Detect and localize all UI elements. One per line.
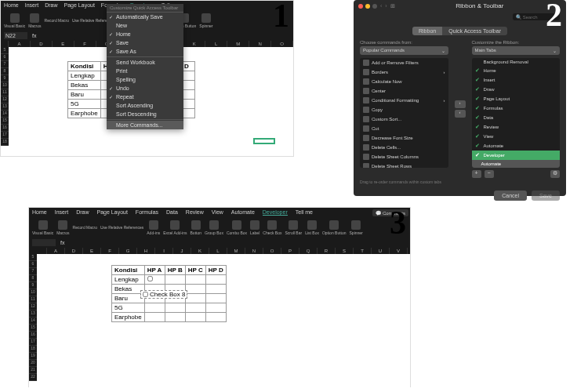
menu-send-workbook[interactable]: Send Workbook bbox=[107, 58, 183, 67]
menu-more-commands[interactable]: More Commands... bbox=[107, 121, 183, 129]
cmd-del-cols[interactable]: Delete Sheet Columns bbox=[360, 152, 448, 162]
tree-review[interactable]: ✔Review bbox=[472, 122, 561, 132]
menu-spelling[interactable]: Spelling bbox=[107, 75, 183, 84]
commands-select[interactable]: Popular Commands⌄ bbox=[360, 46, 448, 55]
col-N[interactable]: N bbox=[249, 41, 271, 47]
tab-automate[interactable]: Automate bbox=[231, 209, 255, 216]
check-box-button[interactable]: Check Box bbox=[263, 220, 281, 235]
tab-view[interactable]: View bbox=[212, 209, 223, 216]
remove-tab-button[interactable]: − bbox=[485, 170, 494, 178]
menu-sort-asc[interactable]: Sort Ascending bbox=[107, 101, 183, 110]
menu-home[interactable]: Home bbox=[107, 30, 183, 38]
excel-addins-button[interactable]: Excel Add-ins bbox=[163, 220, 187, 235]
chevron-left-icon[interactable]: ‹ bbox=[380, 3, 382, 9]
tree-formulas[interactable]: ✔Formulas bbox=[472, 103, 561, 113]
fx-icon[interactable]: fx bbox=[60, 240, 64, 245]
cmd-copy[interactable]: Copy bbox=[360, 105, 448, 114]
seg-qat[interactable]: Quick Access Toolbar bbox=[442, 27, 507, 35]
cell-kondisi[interactable]: Kondisi bbox=[68, 62, 101, 71]
cmd-del-cells[interactable]: Delete Cells... bbox=[360, 143, 448, 152]
relative-refs-button[interactable]: Use Relative References bbox=[100, 225, 143, 230]
tab-formulas[interactable]: Formulas bbox=[136, 209, 158, 216]
tree-page-layout[interactable]: ✔Page Layout bbox=[472, 94, 561, 103]
col-O[interactable]: O bbox=[271, 41, 293, 47]
tab-review[interactable]: Review bbox=[186, 209, 204, 216]
menu-undo[interactable]: Undo bbox=[107, 84, 183, 93]
addins-button[interactable]: Add-ins bbox=[147, 220, 160, 235]
col-D[interactable]: D bbox=[31, 41, 53, 47]
col-K[interactable]: K bbox=[183, 41, 205, 47]
tab-developer[interactable]: Developer bbox=[263, 209, 288, 216]
button-control[interactable]: Button bbox=[191, 220, 201, 235]
remove-left-button[interactable]: ‹ bbox=[455, 110, 466, 118]
fx-icon[interactable]: fx bbox=[32, 33, 36, 38]
chevron-right-icon[interactable]: › bbox=[385, 3, 387, 9]
tab-draw[interactable]: Draw bbox=[45, 2, 57, 9]
record-macro-button[interactable]: Record Macro bbox=[45, 18, 69, 23]
cmd-cond-format[interactable]: Conditional Formatting› bbox=[360, 96, 448, 105]
tab-data[interactable]: Data bbox=[166, 209, 178, 216]
scroll-bar-button[interactable]: Scroll Bar bbox=[285, 220, 302, 235]
cancel-button[interactable]: Cancel bbox=[494, 191, 527, 201]
tree-bg-removal[interactable]: Background Removal bbox=[472, 58, 561, 66]
col-L[interactable]: L bbox=[205, 41, 227, 47]
name-box[interactable] bbox=[4, 32, 27, 39]
ribbon-select[interactable]: Main Tabs⌄ bbox=[472, 46, 561, 55]
tab-home[interactable]: Home bbox=[32, 209, 47, 216]
tab-insert[interactable]: Insert bbox=[25, 2, 39, 9]
col-F[interactable]: F bbox=[74, 41, 96, 47]
tab-draw[interactable]: Draw bbox=[76, 209, 89, 216]
cmd-del-rows[interactable]: Delete Sheet Rows bbox=[360, 162, 448, 168]
cmd-calc-now[interactable]: Calculate Now bbox=[360, 77, 448, 86]
menu-auto-save[interactable]: Automatically Save bbox=[107, 13, 183, 21]
ribbon-tree[interactable]: Background Removal ✔Home ✔Insert ✔Draw ✔… bbox=[472, 58, 561, 168]
cmd-custom-sort[interactable]: Custom Sort... bbox=[360, 114, 448, 124]
tab-tell-me[interactable]: Tell me bbox=[296, 209, 313, 216]
tree-developer[interactable]: ✔Developer bbox=[472, 151, 561, 160]
save-button[interactable]: Save bbox=[532, 191, 560, 201]
tree-home[interactable]: ✔Home bbox=[472, 66, 561, 75]
spinner-button[interactable]: Spinner bbox=[350, 220, 363, 235]
add-right-button[interactable]: › bbox=[455, 100, 466, 108]
list-box-button[interactable]: List Box bbox=[305, 220, 319, 235]
cmd-center[interactable]: Center bbox=[360, 86, 448, 96]
segmented-control[interactable]: Ribbon Quick Access Toolbar bbox=[354, 27, 566, 35]
add-tab-button[interactable]: + bbox=[472, 170, 481, 178]
spreadsheet-grid-3[interactable]: 5678910111213141516171819202122 KondisiH… bbox=[29, 254, 410, 387]
checkbox-input[interactable] bbox=[143, 292, 148, 297]
tab-page-layout[interactable]: Page Layout bbox=[64, 2, 95, 9]
record-macro-button[interactable]: Record Macro bbox=[73, 225, 97, 230]
commands-list[interactable]: Add or Remove Filters Borders› Calculate… bbox=[360, 58, 448, 168]
name-box[interactable] bbox=[32, 239, 56, 246]
tree-sub-automate[interactable]: Automate bbox=[472, 160, 561, 168]
tab-insert[interactable]: Insert bbox=[55, 209, 69, 216]
macros-button[interactable]: Macros bbox=[28, 13, 41, 28]
tree-data[interactable]: ✔Data bbox=[472, 113, 561, 122]
menu-repeat[interactable]: Repeat bbox=[107, 93, 183, 101]
label-button[interactable]: Label bbox=[250, 220, 260, 235]
grid-icon[interactable]: ⊞ bbox=[390, 3, 395, 9]
combo-box-button[interactable]: Combo Box bbox=[227, 220, 247, 235]
tab-home[interactable]: Home bbox=[4, 2, 19, 9]
close-icon[interactable] bbox=[358, 4, 363, 9]
col-M[interactable]: M bbox=[227, 41, 249, 47]
menu-print[interactable]: Print bbox=[107, 67, 183, 75]
tree-draw[interactable]: ✔Draw bbox=[472, 85, 561, 94]
visual-basic-button[interactable]: Visual Basic bbox=[4, 13, 25, 28]
cmd-borders[interactable]: Borders› bbox=[360, 67, 448, 77]
macros-button[interactable]: Macros bbox=[56, 220, 69, 235]
seg-ribbon[interactable]: Ribbon bbox=[412, 27, 442, 35]
tab-page-layout[interactable]: Page Layout bbox=[97, 209, 128, 216]
cmd-filters[interactable]: Add or Remove Filters bbox=[360, 58, 448, 67]
menu-new[interactable]: New bbox=[107, 21, 183, 30]
checkbox-lengkap-a[interactable] bbox=[147, 276, 153, 281]
menu-save[interactable]: Save bbox=[107, 38, 183, 47]
settings-button[interactable]: ⚙ bbox=[550, 170, 560, 178]
visual-basic-button[interactable]: Visual Basic bbox=[32, 220, 53, 235]
menu-save-as[interactable]: Save As bbox=[107, 47, 183, 56]
minimize-icon[interactable] bbox=[365, 4, 370, 9]
maximize-icon[interactable] bbox=[372, 4, 377, 9]
spinner-button[interactable]: Spinner bbox=[199, 13, 212, 28]
col-A[interactable]: A bbox=[9, 41, 31, 47]
tree-view[interactable]: ✔View bbox=[472, 132, 561, 141]
